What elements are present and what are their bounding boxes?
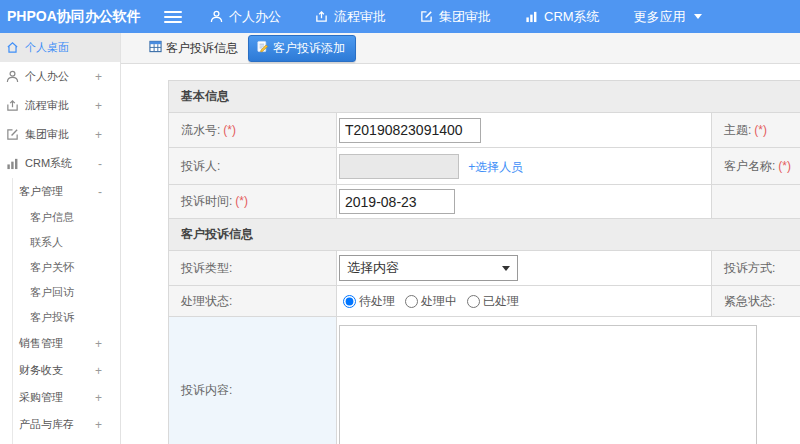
sidebar-item-customer-info[interactable]: 客户信息 (13, 205, 120, 230)
sidebar-item-finance[interactable]: 财务收支 + (13, 357, 120, 384)
radio-processing-input[interactable] (405, 295, 418, 308)
crm-submenu: 客户管理 - 客户信息 联系人 客户关怀 客户回访 客户投诉 销售管理 + 财务… (12, 178, 120, 444)
sidebar-item-customer-care[interactable]: 客户关怀 (13, 255, 120, 280)
complaint-form: 基本信息 流水号:(*) 主题:(*) 投诉人: +选择人员 客户名称:(*) (121, 64, 800, 444)
sidebar-item-personal-office[interactable]: 个人办公 + (0, 62, 120, 91)
top-nav: 个人办公 流程审批 集团审批 CRM系统 更多应用 (210, 8, 702, 26)
complaint-method-label: 投诉方式: (712, 251, 800, 286)
tab-bar: 客户投诉信息 客户投诉添加 (121, 33, 800, 64)
complaint-time-row: 投诉时间:(*) (169, 185, 800, 219)
tab-customer-complaint-info[interactable]: 客户投诉信息 (149, 40, 238, 57)
section-title: 基本信息 (169, 81, 800, 113)
sidebar-item-personal-desktop[interactable]: 个人桌面 (0, 33, 120, 62)
collapse-icon[interactable]: - (98, 185, 102, 199)
radio-processed-input[interactable] (467, 295, 480, 308)
required-mark: (*) (778, 159, 791, 173)
complaint-time-label: 投诉时间:(*) (169, 185, 337, 219)
select-caret-icon (502, 266, 510, 271)
radio-pending[interactable]: 待处理 (343, 293, 395, 310)
complaint-type-label: 投诉类型: (169, 251, 337, 286)
expand-icon[interactable]: + (95, 70, 102, 84)
expand-icon[interactable]: + (95, 364, 102, 378)
hamburger-menu-icon[interactable] (164, 11, 182, 23)
expand-icon[interactable]: + (95, 337, 102, 351)
complaint-type-select[interactable]: 选择内容 (339, 255, 518, 281)
complainant-input (339, 154, 459, 179)
serial-number-label: 流水号:(*) (169, 113, 337, 148)
sidebar-item-crm-system[interactable]: CRM系统 - (0, 149, 120, 178)
sidebar-item-group-approval[interactable]: 集团审批 + (0, 120, 120, 149)
section-title: 客户投诉信息 (169, 219, 800, 251)
flow-icon (315, 10, 328, 23)
table-icon (149, 40, 162, 56)
radio-processed[interactable]: 已处理 (467, 293, 519, 310)
serial-number-row: 流水号:(*) 主题:(*) (169, 113, 800, 148)
nav-workflow-approval[interactable]: 流程审批 (315, 8, 386, 26)
expand-icon[interactable]: + (95, 418, 102, 432)
complainant-row: 投诉人: +选择人员 客户名称:(*) (169, 148, 800, 185)
complaint-content-textarea[interactable] (339, 325, 757, 444)
section-basic-info: 基本信息 (169, 81, 800, 113)
nav-group-approval[interactable]: 集团审批 (420, 8, 491, 26)
app-logo: PHPOA协同办公软件 (0, 8, 120, 26)
sidebar-item-procurement[interactable]: 采购管理 + (13, 384, 120, 411)
collapse-icon[interactable]: - (98, 157, 102, 171)
edit-icon (420, 10, 433, 23)
edit-icon (6, 128, 19, 141)
sidebar: 个人桌面 个人办公 + 流程审批 + 集团审批 + CRM系统 - 客户管理 - (0, 33, 121, 444)
nav-more-apps[interactable]: 更多应用 (634, 8, 702, 26)
radio-processing[interactable]: 处理中 (405, 293, 457, 310)
required-mark: (*) (223, 123, 236, 137)
sidebar-item-contacts[interactable]: 联系人 (13, 230, 120, 255)
section-complaint-info: 客户投诉信息 (169, 219, 800, 251)
expand-icon[interactable]: + (95, 128, 102, 142)
home-icon (6, 41, 19, 54)
urgency-status-label: 紧急状态: (712, 286, 800, 317)
expand-icon[interactable]: + (95, 391, 102, 405)
complaint-time-input[interactable] (339, 189, 455, 214)
process-status-label: 处理状态: (169, 286, 337, 317)
content-area: 客户投诉信息 客户投诉添加 基本信息 流水号:(*) 主题:(*) (121, 33, 800, 444)
sidebar-item-customer-complaint[interactable]: 客户投诉 (13, 305, 120, 330)
add-page-icon (256, 40, 269, 56)
sidebar-item-customer-callback[interactable]: 客户回访 (13, 280, 120, 305)
sidebar-item-customer-management[interactable]: 客户管理 - (13, 178, 120, 205)
person-icon (210, 10, 223, 23)
sidebar-item-sales-management[interactable]: 销售管理 + (13, 330, 120, 357)
required-mark: (*) (754, 123, 767, 137)
nav-personal-office[interactable]: 个人办公 (210, 8, 281, 26)
subject-label: 主题:(*) (712, 113, 800, 148)
flow-icon (6, 99, 19, 112)
customer-name-label: 客户名称:(*) (712, 148, 800, 185)
process-status-radio-group: 待处理 处理中 已处理 (339, 293, 709, 310)
bar-chart-icon (6, 157, 19, 170)
required-mark: (*) (235, 194, 248, 208)
sidebar-item-workflow-approval[interactable]: 流程审批 + (0, 91, 120, 120)
top-header: PHPOA协同办公软件 个人办公 流程审批 集团审批 CRM系统 更多应用 (0, 0, 800, 33)
expand-icon[interactable]: + (95, 99, 102, 113)
sidebar-item-products-inventory[interactable]: 产品与库存 + (13, 411, 120, 438)
complaint-content-row: 投诉内容: (169, 317, 800, 444)
radio-pending-input[interactable] (343, 295, 356, 308)
complaint-type-row: 投诉类型: 选择内容 投诉方式: (169, 251, 800, 286)
bar-chart-icon (525, 10, 538, 23)
sidebar-item-agent-management[interactable]: 代理商管理 + (13, 438, 120, 444)
add-complaint-button[interactable]: 客户投诉添加 (248, 35, 356, 62)
person-icon (6, 70, 19, 83)
complainant-label: 投诉人: (169, 148, 337, 185)
caret-down-icon (694, 14, 702, 19)
choose-person-link[interactable]: +选择人员 (468, 160, 523, 174)
serial-number-input[interactable] (339, 118, 481, 143)
complaint-content-label: 投诉内容: (169, 317, 337, 444)
nav-crm-system[interactable]: CRM系统 (525, 8, 600, 26)
process-status-row: 处理状态: 待处理 处理中 已处理 紧急状态: (169, 286, 800, 317)
